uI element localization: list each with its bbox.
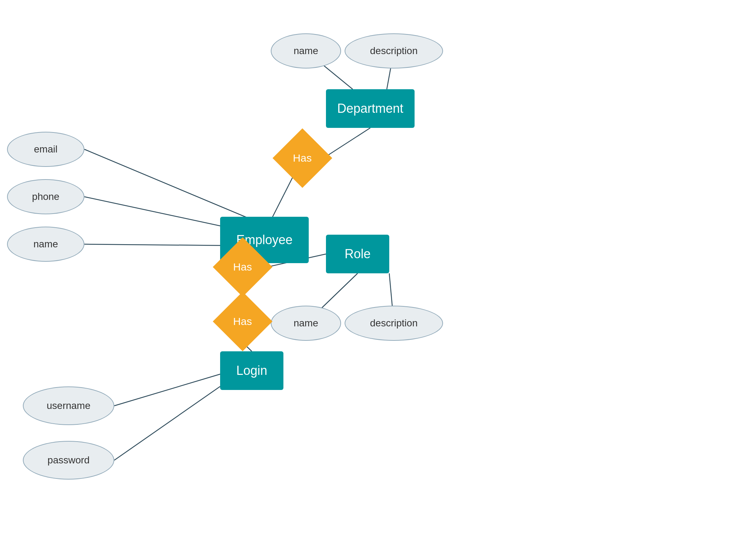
attr-dep-desc: description — [345, 33, 443, 69]
attr-role-desc: description — [345, 306, 443, 341]
svg-line-4 — [323, 128, 370, 158]
entity-login: Login — [220, 351, 283, 390]
attr-emp-name: name — [7, 227, 84, 262]
svg-line-14 — [114, 386, 220, 460]
svg-line-0 — [84, 149, 264, 225]
attr-role-name: name — [271, 306, 341, 341]
attr-email: email — [7, 132, 84, 167]
attr-password: password — [23, 441, 114, 480]
attr-username: username — [23, 386, 114, 425]
entity-role: Role — [326, 235, 389, 273]
svg-line-13 — [114, 374, 220, 406]
entity-department: Department — [326, 89, 415, 128]
attr-phone: phone — [7, 179, 84, 214]
attr-dep-name: name — [271, 33, 341, 69]
